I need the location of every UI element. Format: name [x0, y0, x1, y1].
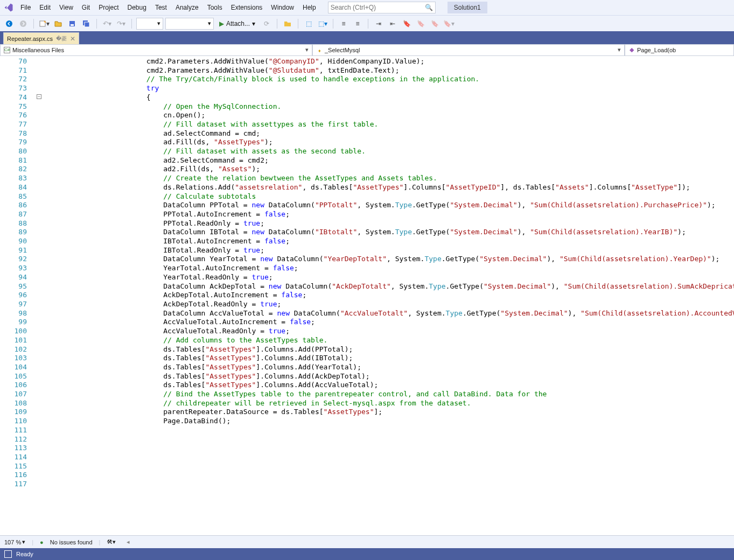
svg-rect-6	[85, 22, 89, 27]
menu-edit[interactable]: Edit	[35, 2, 55, 13]
class-icon: ⬧	[316, 47, 323, 53]
editor-status-bar: 107 % ▾ | ● No issues found | 🛠▾ ◂	[0, 535, 734, 548]
navigation-bar: C# Miscellaneous Files▾ ⬧ _SelectMysql▾ …	[0, 44, 734, 56]
uncomment-button[interactable]: ≡	[352, 18, 363, 30]
prev-bookmark-button: 🔖	[415, 18, 427, 30]
search-box[interactable]: 🔍	[328, 2, 436, 13]
member-dropdown[interactable]: ◆ Page_Load(ob	[625, 44, 734, 56]
screwdriver-icon[interactable]: 🛠▾	[107, 538, 116, 545]
fold-toggle[interactable]: −	[37, 94, 41, 99]
step-over-button[interactable]: ⬚▾	[317, 18, 328, 30]
menu-tools[interactable]: Tools	[203, 2, 227, 13]
step-into-button[interactable]: ⬚	[303, 18, 314, 30]
toolbar: ▾ ↶▾ ↷▾ ▾ ▾ ▶ Attach... ▾ ⟳ ⬚ ⬚▾ ≡ ≡ ⇥ ⇤…	[0, 15, 734, 31]
line-number-gutter: 7071727374757677787980818283848586878889…	[0, 56, 34, 535]
menu-bar: FileEditViewGitProjectDebugTestAnalyzeTo…	[0, 0, 734, 15]
next-bookmark-button: 🔖	[429, 18, 441, 30]
attach-button[interactable]: ▶ Attach... ▾	[216, 18, 258, 30]
menu-help[interactable]: Help	[298, 2, 320, 13]
undo-button: ↶▾	[101, 18, 113, 30]
clear-bookmarks-button: 🔖▾	[443, 18, 455, 30]
menu-analyze[interactable]: Analyze	[171, 2, 203, 13]
attach-label: Attach...	[226, 20, 250, 27]
ok-icon: ●	[40, 539, 44, 545]
outdent-button[interactable]: ⇤	[387, 18, 399, 30]
code-editor[interactable]: 7071727374757677787980818283848586878889…	[0, 56, 734, 535]
back-button[interactable]	[3, 18, 15, 30]
svg-point-0	[6, 20, 12, 27]
svg-rect-4	[71, 24, 74, 26]
status-ready: Ready	[16, 551, 33, 557]
indent-button[interactable]: ⇥	[373, 18, 385, 30]
fold-column[interactable]: −	[34, 56, 45, 535]
zoom-dropdown[interactable]: 107 % ▾	[4, 538, 25, 545]
config-dropdown[interactable]: ▾	[136, 18, 163, 30]
open-file-button[interactable]	[52, 18, 64, 30]
menu-project[interactable]: Project	[94, 2, 123, 13]
pin-icon[interactable]: �菱	[56, 35, 67, 43]
menu-extensions[interactable]: Extensions	[227, 2, 267, 13]
find-in-files-button[interactable]	[282, 18, 293, 30]
browser-link-button: ⟳	[261, 18, 272, 30]
csharp-icon: C#	[4, 47, 10, 53]
bookmark-button[interactable]: 🔖	[401, 18, 413, 30]
play-icon: ▶	[219, 20, 224, 27]
platform-dropdown[interactable]: ▾	[165, 18, 214, 30]
project-dropdown[interactable]: C# Miscellaneous Files▾	[0, 44, 312, 56]
menu-debug[interactable]: Debug	[123, 2, 151, 13]
comment-button[interactable]: ≡	[338, 18, 349, 30]
menu-git[interactable]: Git	[78, 2, 94, 13]
save-button[interactable]	[66, 18, 78, 30]
status-bar: Ready	[0, 548, 734, 560]
menu-window[interactable]: Window	[267, 2, 298, 13]
search-input[interactable]	[331, 4, 425, 11]
menu-test[interactable]: Test	[151, 2, 171, 13]
method-icon: ◆	[628, 47, 635, 53]
search-icon[interactable]: 🔍	[425, 4, 433, 11]
tab-filename: Repeater.aspx.cs	[7, 36, 53, 42]
forward-button	[17, 18, 29, 30]
class-dropdown[interactable]: ⬧ _SelectMysql▾	[312, 44, 625, 56]
code-content[interactable]: cmd2.Parameters.AddWithValue("@CompanyID…	[45, 56, 734, 535]
menu-view[interactable]: View	[55, 2, 78, 13]
new-item-button[interactable]: ▾	[38, 18, 50, 30]
document-tab[interactable]: Repeater.aspx.cs �菱 ✕	[3, 32, 79, 44]
solution-dropdown[interactable]: Solution1	[448, 2, 487, 13]
scroll-left-icon[interactable]: ◂	[127, 538, 130, 545]
vs-logo-icon	[2, 1, 15, 14]
window-icon[interactable]	[4, 550, 12, 558]
redo-button: ↷▾	[115, 18, 127, 30]
save-all-button[interactable]	[80, 18, 92, 30]
menu-file[interactable]: File	[16, 2, 35, 13]
close-tab-icon[interactable]: ✕	[70, 35, 75, 43]
svg-point-1	[20, 20, 26, 27]
issues-label: No issues found	[50, 539, 93, 545]
document-tabstrip: Repeater.aspx.cs �菱 ✕	[0, 31, 734, 44]
